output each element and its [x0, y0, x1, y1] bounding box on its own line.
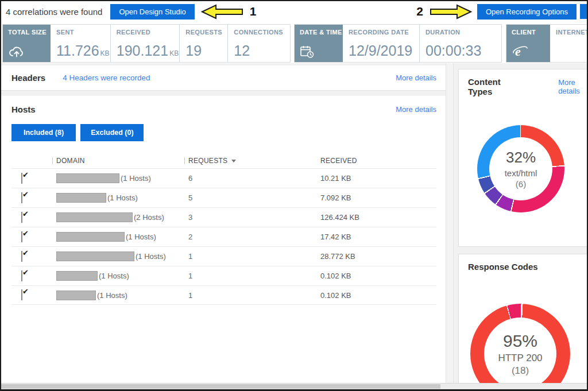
- content-types-more-details-link[interactable]: More details: [524, 78, 588, 95]
- column-header-received[interactable]: RECEIVED: [320, 157, 436, 165]
- correlations-found-text: 4 correlations were found: [6, 7, 102, 17]
- content-types-count: (6): [516, 179, 526, 189]
- host-count-text: (1 Hosts): [99, 272, 129, 280]
- host-table-row: ✔ (1 Hosts) 1 0.102 KB: [11, 266, 436, 285]
- headers-recorded-link[interactable]: 4 Headers were recorded: [63, 73, 150, 82]
- annotation-arrow-left-icon: [200, 4, 244, 20]
- host-checkbox[interactable]: ✔: [21, 289, 22, 300]
- column-header-domain[interactable]: DOMAIN: [56, 157, 188, 165]
- host-requests-value: 1: [188, 252, 320, 261]
- duration-metric: DURATION 00:00:33: [419, 25, 494, 62]
- host-count-text: (1 Hosts): [107, 193, 138, 202]
- response-codes-donut-chart: 95% HTTP 200 (18): [470, 304, 570, 383]
- host-checkbox[interactable]: ✔: [21, 231, 22, 242]
- host-table-row: ✔ (1 Hosts) 2 17.42 KB: [11, 227, 436, 246]
- host-requests-value: 3: [188, 213, 320, 222]
- date-time-label: DATE & TIME: [300, 29, 338, 36]
- host-received-value: 126.424 KB: [320, 213, 436, 222]
- connections-label: CONNECTIONS: [234, 29, 290, 36]
- total-size-card: TOTAL SIZE SENT 11.726KB RECEIVED 190.12…: [2, 24, 291, 63]
- host-count-text: (1 Hosts): [97, 291, 127, 300]
- host-domain-cell: (1 Hosts): [56, 291, 188, 300]
- redacted-domain-bar: [56, 251, 134, 261]
- content-types-percent: 32%: [506, 149, 536, 167]
- host-count-text: (1 Hosts): [121, 174, 151, 183]
- content-types-title: Content Types: [468, 77, 524, 96]
- host-count-text: (2 Hosts): [134, 213, 164, 222]
- host-checkbox[interactable]: ✔: [21, 192, 22, 203]
- total-size-block: TOTAL SIZE: [3, 25, 51, 62]
- recording-date-value: 12/9/2019: [349, 42, 419, 59]
- host-count-text: (1 Hosts): [126, 233, 156, 241]
- received-label: RECEIVED: [117, 29, 180, 36]
- horizontal-scrollbar-thumb[interactable]: [1, 384, 440, 389]
- redacted-domain-bar: [56, 271, 98, 281]
- host-checkbox[interactable]: ✔: [21, 270, 22, 281]
- hosts-section: Hosts More details Included (8) Excluded…: [1, 96, 446, 383]
- host-table-row: ✔ (1 Hosts) 1 28.772 KB: [11, 246, 436, 266]
- open-design-studio-button[interactable]: Open Design Studio: [110, 4, 194, 20]
- sort-descending-icon: [231, 160, 236, 162]
- hosts-more-details-link[interactable]: More details: [396, 105, 436, 114]
- host-domain-cell: (2 Hosts): [56, 212, 188, 222]
- received-value: 190.121KB: [117, 42, 180, 59]
- host-received-value: 0.102 KB: [320, 272, 436, 280]
- included-hosts-button[interactable]: Included (8): [11, 124, 76, 141]
- duration-label: DURATION: [425, 29, 494, 36]
- host-checkbox[interactable]: ✔: [21, 251, 22, 262]
- content-types-card: Content Types More details 32% text/html…: [458, 69, 588, 247]
- horizontal-scrollbar[interactable]: [1, 383, 587, 389]
- recording-date-label: RECORDING DATE: [349, 29, 419, 36]
- pane-scrollbar[interactable]: [446, 63, 454, 383]
- requests-metric: REQUESTS 19: [179, 25, 227, 62]
- client-label: CLIENT: [512, 29, 546, 36]
- host-received-value: 7.092 KB: [320, 193, 436, 202]
- host-requests-value: 1: [188, 291, 320, 300]
- content-types-donut-chart: 32% text/html (6): [477, 125, 564, 212]
- host-checkbox[interactable]: ✔: [21, 173, 22, 184]
- requests-label: REQUESTS: [185, 29, 227, 36]
- column-header-requests[interactable]: REQUESTS: [188, 157, 320, 165]
- host-count-text: (1 Hosts): [136, 252, 166, 261]
- excluded-hosts-button[interactable]: Excluded (0): [80, 124, 144, 141]
- headers-title: Headers: [11, 73, 45, 83]
- hosts-table-header: DOMAIN REQUESTS RECEIVED: [11, 153, 436, 168]
- client-name-metric: INTERNET E: [550, 25, 588, 62]
- annotation-number-1: 1: [250, 5, 257, 18]
- host-checkbox[interactable]: ✔: [21, 212, 22, 223]
- cloud-upload-icon: [8, 45, 25, 59]
- total-size-label: TOTAL SIZE: [8, 29, 46, 36]
- recording-date-metric: RECORDING DATE 12/9/2019: [343, 25, 419, 62]
- main-left-pane: Headers 4 Headers were recorded More det…: [1, 63, 446, 383]
- sent-metric: SENT 11.726KB: [51, 25, 110, 62]
- host-table-row: ✔ (1 Hosts) 1 0.102 KB: [11, 285, 436, 305]
- response-codes-top-label: HTTP 200: [498, 353, 542, 364]
- response-codes-card: Response Codes 95% HTTP 200 (18): [458, 254, 588, 383]
- host-received-value: 10.21 KB: [320, 174, 436, 183]
- host-received-value: 0.102 KB: [320, 291, 436, 300]
- cut-off-button[interactable]: [580, 4, 587, 19]
- host-requests-value: 5: [188, 193, 320, 202]
- response-codes-title: Response Codes: [468, 262, 538, 272]
- content-types-top-label: text/html: [505, 168, 537, 178]
- host-table-row: ✔ (1 Hosts) 5 7.092 KB: [11, 188, 436, 207]
- host-requests-value: 1: [188, 272, 320, 280]
- headers-more-details-link[interactable]: More details: [396, 73, 436, 82]
- host-domain-cell: (1 Hosts): [56, 173, 188, 183]
- redacted-domain-bar: [56, 212, 133, 222]
- host-received-value: 17.42 KB: [320, 233, 436, 241]
- requests-value: 19: [185, 42, 227, 59]
- date-time-block: DATE & TIME: [295, 25, 343, 62]
- sent-value: 11.726KB: [56, 42, 110, 59]
- host-table-row: ✔ (2 Hosts) 3 126.424 KB: [11, 207, 436, 227]
- open-recording-options-button[interactable]: Open Recording Options: [477, 4, 577, 20]
- hosts-table: DOMAIN REQUESTS RECEIVED ✔ (1 Hosts) 6 1…: [11, 153, 436, 305]
- redacted-domain-bar: [56, 173, 119, 183]
- redacted-domain-bar: [56, 291, 96, 300]
- calendar-clock-icon: [300, 45, 315, 59]
- annotation-number-2: 2: [416, 5, 423, 18]
- redacted-domain-bar: [56, 193, 106, 203]
- hosts-title: Hosts: [11, 104, 36, 114]
- summary-stats-row: TOTAL SIZE SENT 11.726KB RECEIVED 190.12…: [1, 23, 587, 63]
- host-domain-cell: (1 Hosts): [56, 193, 188, 203]
